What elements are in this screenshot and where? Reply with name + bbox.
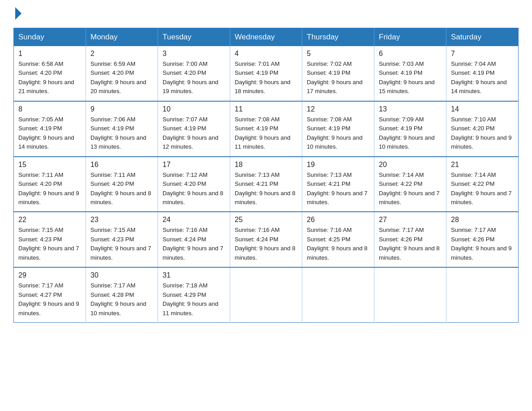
day-number: 13 bbox=[379, 105, 442, 113]
day-info: Sunrise: 7:15 AMSunset: 4:23 PMDaylight:… bbox=[18, 226, 81, 262]
calendar-header-sunday: Sunday bbox=[14, 28, 86, 47]
day-info: Sunrise: 7:17 AMSunset: 4:28 PMDaylight:… bbox=[90, 281, 153, 318]
day-number: 1 bbox=[18, 50, 81, 58]
calendar-cell: 11 Sunrise: 7:08 AMSunset: 4:19 PMDaylig… bbox=[230, 101, 302, 157]
day-number: 31 bbox=[163, 271, 225, 279]
day-number: 16 bbox=[90, 161, 153, 169]
day-info: Sunrise: 7:13 AMSunset: 4:21 PMDaylight:… bbox=[307, 171, 369, 207]
calendar-cell: 4 Sunrise: 7:01 AMSunset: 4:19 PMDayligh… bbox=[230, 46, 302, 101]
day-info: Sunrise: 7:02 AMSunset: 4:19 PMDaylight:… bbox=[307, 60, 369, 96]
day-info: Sunrise: 7:10 AMSunset: 4:20 PMDaylight:… bbox=[451, 115, 514, 152]
day-number: 15 bbox=[18, 161, 81, 169]
calendar-cell: 25 Sunrise: 7:16 AMSunset: 4:24 PMDaylig… bbox=[230, 212, 302, 267]
day-info: Sunrise: 7:17 AMSunset: 4:27 PMDaylight:… bbox=[18, 281, 81, 318]
calendar-header-tuesday: Tuesday bbox=[158, 28, 230, 47]
calendar-header-saturday: Saturday bbox=[446, 28, 519, 47]
calendar-header-monday: Monday bbox=[86, 28, 158, 47]
calendar-cell: 7 Sunrise: 7:04 AMSunset: 4:19 PMDayligh… bbox=[446, 46, 519, 101]
calendar-cell: 16 Sunrise: 7:11 AMSunset: 4:20 PMDaylig… bbox=[86, 157, 158, 212]
day-number: 19 bbox=[307, 161, 369, 169]
day-info: Sunrise: 7:17 AMSunset: 4:26 PMDaylight:… bbox=[451, 226, 514, 262]
day-info: Sunrise: 7:07 AMSunset: 4:19 PMDaylight:… bbox=[163, 115, 225, 152]
day-info: Sunrise: 7:06 AMSunset: 4:19 PMDaylight:… bbox=[90, 115, 153, 152]
calendar-cell: 29 Sunrise: 7:17 AMSunset: 4:27 PMDaylig… bbox=[14, 267, 86, 322]
calendar-cell: 1 Sunrise: 6:58 AMSunset: 4:20 PMDayligh… bbox=[14, 46, 86, 101]
day-number: 5 bbox=[307, 50, 369, 58]
calendar-cell: 31 Sunrise: 7:18 AMSunset: 4:29 PMDaylig… bbox=[158, 267, 230, 322]
calendar-cell: 28 Sunrise: 7:17 AMSunset: 4:26 PMDaylig… bbox=[446, 212, 519, 267]
day-info: Sunrise: 7:00 AMSunset: 4:20 PMDaylight:… bbox=[163, 60, 225, 96]
day-info: Sunrise: 7:15 AMSunset: 4:23 PMDaylight:… bbox=[90, 226, 153, 262]
day-number: 26 bbox=[307, 216, 369, 224]
day-info: Sunrise: 7:14 AMSunset: 4:22 PMDaylight:… bbox=[451, 171, 514, 207]
day-info: Sunrise: 6:58 AMSunset: 4:20 PMDaylight:… bbox=[18, 60, 81, 96]
day-number: 2 bbox=[90, 50, 153, 58]
day-number: 25 bbox=[235, 216, 297, 224]
calendar-cell: 2 Sunrise: 6:59 AMSunset: 4:20 PMDayligh… bbox=[86, 46, 158, 101]
day-number: 29 bbox=[18, 271, 81, 279]
calendar-cell: 21 Sunrise: 7:14 AMSunset: 4:22 PMDaylig… bbox=[446, 157, 519, 212]
calendar-cell bbox=[446, 267, 519, 322]
day-number: 14 bbox=[451, 105, 514, 113]
calendar-week-row: 8 Sunrise: 7:05 AMSunset: 4:19 PMDayligh… bbox=[14, 101, 519, 157]
day-number: 3 bbox=[163, 50, 225, 58]
calendar-cell: 18 Sunrise: 7:13 AMSunset: 4:21 PMDaylig… bbox=[230, 157, 302, 212]
calendar-cell: 8 Sunrise: 7:05 AMSunset: 4:19 PMDayligh… bbox=[14, 101, 86, 157]
calendar-cell bbox=[374, 267, 446, 322]
calendar-cell: 6 Sunrise: 7:03 AMSunset: 4:19 PMDayligh… bbox=[374, 46, 446, 101]
calendar-cell: 15 Sunrise: 7:11 AMSunset: 4:20 PMDaylig… bbox=[14, 157, 86, 212]
calendar-cell: 24 Sunrise: 7:16 AMSunset: 4:24 PMDaylig… bbox=[158, 212, 230, 267]
day-info: Sunrise: 7:16 AMSunset: 4:24 PMDaylight:… bbox=[163, 226, 225, 262]
calendar-cell bbox=[230, 267, 302, 322]
calendar-header-friday: Friday bbox=[374, 28, 446, 47]
day-info: Sunrise: 7:08 AMSunset: 4:19 PMDaylight:… bbox=[235, 115, 297, 152]
day-info: Sunrise: 6:59 AMSunset: 4:20 PMDaylight:… bbox=[90, 60, 153, 96]
calendar-cell: 19 Sunrise: 7:13 AMSunset: 4:21 PMDaylig… bbox=[302, 157, 374, 212]
calendar-cell: 23 Sunrise: 7:15 AMSunset: 4:23 PMDaylig… bbox=[86, 212, 158, 267]
day-info: Sunrise: 7:17 AMSunset: 4:26 PMDaylight:… bbox=[379, 226, 442, 262]
day-number: 22 bbox=[18, 216, 81, 224]
day-info: Sunrise: 7:01 AMSunset: 4:19 PMDaylight:… bbox=[235, 60, 297, 96]
day-info: Sunrise: 7:11 AMSunset: 4:20 PMDaylight:… bbox=[18, 171, 81, 207]
day-info: Sunrise: 7:09 AMSunset: 4:19 PMDaylight:… bbox=[379, 115, 442, 152]
day-info: Sunrise: 7:03 AMSunset: 4:19 PMDaylight:… bbox=[379, 60, 442, 96]
day-info: Sunrise: 7:13 AMSunset: 4:21 PMDaylight:… bbox=[235, 171, 297, 207]
day-info: Sunrise: 7:11 AMSunset: 4:20 PMDaylight:… bbox=[90, 171, 153, 207]
day-number: 17 bbox=[163, 161, 225, 169]
day-info: Sunrise: 7:12 AMSunset: 4:20 PMDaylight:… bbox=[163, 171, 225, 207]
calendar-cell: 20 Sunrise: 7:14 AMSunset: 4:22 PMDaylig… bbox=[374, 157, 446, 212]
day-info: Sunrise: 7:04 AMSunset: 4:19 PMDaylight:… bbox=[451, 60, 514, 96]
calendar-cell: 22 Sunrise: 7:15 AMSunset: 4:23 PMDaylig… bbox=[14, 212, 86, 267]
day-number: 24 bbox=[163, 216, 225, 224]
calendar-cell: 30 Sunrise: 7:17 AMSunset: 4:28 PMDaylig… bbox=[86, 267, 158, 322]
day-info: Sunrise: 7:16 AMSunset: 4:24 PMDaylight:… bbox=[235, 226, 297, 262]
calendar-cell: 5 Sunrise: 7:02 AMSunset: 4:19 PMDayligh… bbox=[302, 46, 374, 101]
calendar-header-thursday: Thursday bbox=[302, 28, 374, 47]
day-info: Sunrise: 7:18 AMSunset: 4:29 PMDaylight:… bbox=[163, 281, 225, 318]
day-number: 28 bbox=[451, 216, 514, 224]
calendar-cell: 26 Sunrise: 7:16 AMSunset: 4:25 PMDaylig… bbox=[302, 212, 374, 267]
calendar-cell: 12 Sunrise: 7:08 AMSunset: 4:19 PMDaylig… bbox=[302, 101, 374, 157]
calendar-cell: 10 Sunrise: 7:07 AMSunset: 4:19 PMDaylig… bbox=[158, 101, 230, 157]
logo bbox=[13, 9, 23, 20]
day-info: Sunrise: 7:08 AMSunset: 4:19 PMDaylight:… bbox=[307, 115, 369, 152]
logo-triangle-icon bbox=[15, 7, 21, 20]
day-number: 4 bbox=[235, 50, 297, 58]
day-number: 23 bbox=[90, 216, 153, 224]
day-number: 21 bbox=[451, 161, 514, 169]
calendar-cell: 27 Sunrise: 7:17 AMSunset: 4:26 PMDaylig… bbox=[374, 212, 446, 267]
calendar-cell: 17 Sunrise: 7:12 AMSunset: 4:20 PMDaylig… bbox=[158, 157, 230, 212]
day-number: 10 bbox=[163, 105, 225, 113]
calendar-header-row: SundayMondayTuesdayWednesdayThursdayFrid… bbox=[14, 28, 519, 47]
day-number: 30 bbox=[90, 271, 153, 279]
day-number: 7 bbox=[451, 50, 514, 58]
day-info: Sunrise: 7:16 AMSunset: 4:25 PMDaylight:… bbox=[307, 226, 369, 262]
calendar-cell: 3 Sunrise: 7:00 AMSunset: 4:20 PMDayligh… bbox=[158, 46, 230, 101]
calendar-week-row: 29 Sunrise: 7:17 AMSunset: 4:27 PMDaylig… bbox=[14, 267, 519, 322]
calendar-week-row: 22 Sunrise: 7:15 AMSunset: 4:23 PMDaylig… bbox=[14, 212, 519, 267]
calendar-cell bbox=[302, 267, 374, 322]
day-number: 20 bbox=[379, 161, 442, 169]
day-info: Sunrise: 7:14 AMSunset: 4:22 PMDaylight:… bbox=[379, 171, 442, 207]
calendar-cell: 9 Sunrise: 7:06 AMSunset: 4:19 PMDayligh… bbox=[86, 101, 158, 157]
day-info: Sunrise: 7:05 AMSunset: 4:19 PMDaylight:… bbox=[18, 115, 81, 152]
